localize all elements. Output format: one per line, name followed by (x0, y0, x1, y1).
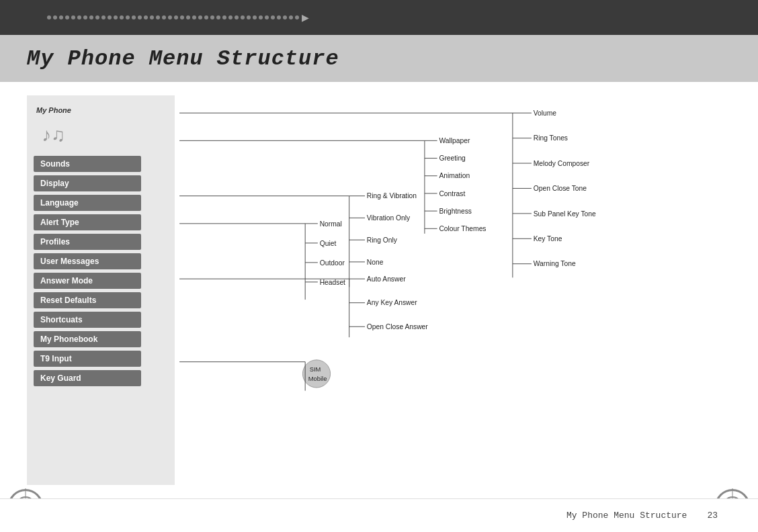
svg-text:Melody Composer: Melody Composer (534, 160, 590, 167)
phone-icon: ♪♫ (40, 120, 74, 149)
svg-text:Ring & Vibration: Ring & Vibration (367, 192, 417, 200)
svg-text:♪♫: ♪♫ (42, 124, 65, 145)
svg-point-60 (302, 360, 330, 388)
svg-text:Ring Tones: Ring Tones (534, 134, 568, 142)
menu-diagram: .diag-text { font-family: Arial, sans-se… (175, 95, 731, 485)
svg-text:Quiet: Quiet (320, 240, 337, 247)
svg-text:Any Key Answer: Any Key Answer (367, 299, 417, 306)
svg-text:Mobile: Mobile (308, 375, 327, 382)
section-label: My Phone (36, 106, 71, 114)
menu-item-answer-mode[interactable]: Answer Mode (34, 273, 141, 289)
menu-item-profiles[interactable]: Profiles (34, 234, 141, 250)
svg-text:Sub Panel Key Tone: Sub Panel Key Tone (534, 210, 596, 218)
svg-text:None: None (367, 259, 384, 266)
page-title: My Phone Menu Structure (27, 46, 339, 71)
menu-item-my-phonebook[interactable]: My Phonebook (34, 331, 141, 347)
svg-text:Open Close Tone: Open Close Tone (534, 185, 587, 192)
menu-item-reset-defaults[interactable]: Reset Defaults (34, 292, 141, 308)
top-bar-dots (47, 15, 299, 19)
menu-item-alert-type[interactable]: Alert Type (34, 214, 141, 230)
svg-text:Vibration Only: Vibration Only (367, 214, 411, 222)
menu-item-key-guard[interactable]: Key Guard (34, 370, 141, 386)
svg-text:Greeting: Greeting (439, 154, 466, 162)
svg-text:Normal: Normal (320, 220, 342, 228)
menu-item-display[interactable]: Display (34, 175, 141, 191)
menu-item-language[interactable]: Language (34, 195, 141, 211)
top-bar: ▶ (0, 0, 758, 35)
svg-text:Open Close Answer: Open Close Answer (367, 323, 428, 330)
content-area: My Phone ♪♫ Sounds Display Language Aler… (0, 82, 758, 498)
svg-text:Volume: Volume (534, 109, 557, 117)
svg-text:Animation: Animation (439, 172, 470, 179)
page-footer: My Phone Menu Structure 23 (0, 498, 758, 532)
menu-item-shortcuats[interactable]: Shortcuats (34, 312, 141, 328)
footer-label: My Phone Menu Structure (566, 511, 687, 521)
svg-text:Auto Answer: Auto Answer (367, 275, 406, 283)
menu-item-user-messages[interactable]: User Messages (34, 253, 141, 269)
svg-text:Key Tone: Key Tone (534, 235, 562, 242)
svg-text:Contrast: Contrast (439, 190, 465, 197)
svg-text:Headset: Headset (320, 279, 345, 286)
svg-text:Outdoor: Outdoor (320, 259, 345, 267)
menu-item-sounds[interactable]: Sounds (34, 156, 141, 172)
svg-text:Ring Only: Ring Only (367, 236, 398, 244)
diagram-area: .diag-text { font-family: Arial, sans-se… (175, 95, 731, 485)
svg-text:Wallpaper: Wallpaper (439, 137, 470, 144)
svg-text:SIM: SIM (310, 366, 321, 373)
left-panel: My Phone ♪♫ Sounds Display Language Aler… (27, 95, 175, 485)
svg-text:Warning Tone: Warning Tone (534, 260, 576, 267)
menu-item-t9-input[interactable]: T9 Input (34, 351, 141, 367)
page-title-bar: My Phone Menu Structure (0, 35, 758, 82)
svg-text:Brightness: Brightness (439, 208, 472, 215)
svg-text:Colour Themes: Colour Themes (439, 225, 486, 232)
footer-page-number: 23 (707, 511, 718, 521)
top-bar-arrow: ▶ (302, 12, 309, 23)
